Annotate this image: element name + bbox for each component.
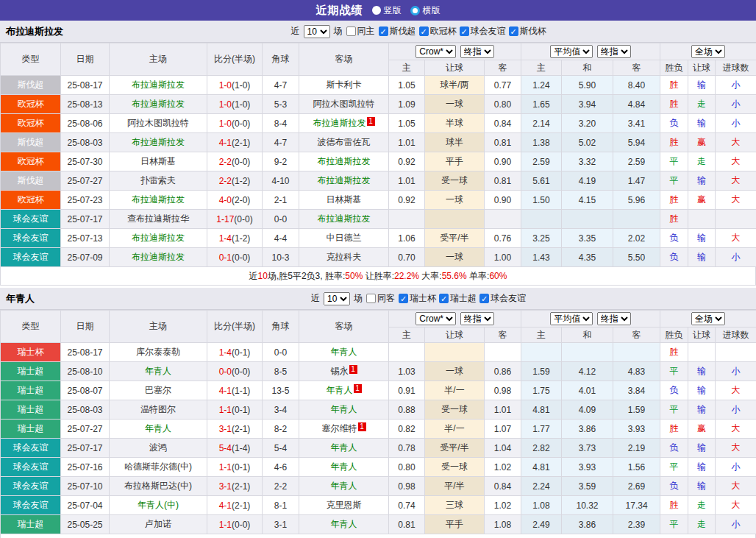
handicap-line-cell: 半球: [425, 114, 485, 133]
odds-home-cell: 1.06: [389, 229, 425, 248]
handicap-result-cell: 输: [688, 400, 716, 420]
home-team-link[interactable]: 年青人: [145, 366, 171, 376]
avg-home-odds-cell: 1.77: [521, 420, 562, 439]
odds-company-select[interactable]: Crow*: [416, 312, 456, 325]
avg-draw-odds-cell: 3.20: [562, 114, 613, 133]
subcol-handicap: 让球: [425, 60, 485, 76]
away-team-link[interactable]: 阿拉木图凯拉特: [313, 99, 375, 109]
home-team-link[interactable]: 年青人(中): [138, 500, 179, 510]
home-team-link[interactable]: 扑雷索夫: [140, 175, 176, 185]
home-team-link[interactable]: 卢加诺: [145, 519, 171, 529]
table-row: 球会友谊 25-07-09 布拉迪斯拉发 0-1(0-0) 10-3 克拉科夫 …: [1, 248, 756, 267]
away-team-link[interactable]: 波德布雷佐瓦: [318, 137, 371, 147]
away-team-link[interactable]: 年青人: [331, 347, 357, 357]
home-team-link[interactable]: 布拉迪斯拉发: [132, 99, 185, 109]
home-team-link[interactable]: 哈德斯菲尔德(中): [124, 461, 192, 472]
league-filter-checkbox[interactable]: ✓欧冠杯: [419, 25, 457, 38]
away-team-link[interactable]: 日林斯基: [327, 194, 362, 205]
home-team-link[interactable]: 布拉格斯巴达(中): [124, 481, 192, 491]
avg-time-select[interactable]: 终指: [597, 312, 631, 325]
home-team-cell: 查布拉迪斯拉华: [110, 210, 207, 229]
away-team-link[interactable]: 年青人: [331, 442, 357, 453]
col-score: 比分(半场): [207, 311, 263, 343]
home-team-link[interactable]: 查布拉迪斯拉华: [127, 213, 189, 224]
match-count-select[interactable]: 10: [304, 25, 330, 38]
league-badge: 瑞士超: [1, 381, 61, 400]
away-team-link[interactable]: 塞尔维特: [322, 423, 357, 433]
handicap-result-cell: 输: [688, 439, 716, 458]
period-select[interactable]: 全场: [691, 45, 725, 58]
away-team-link[interactable]: 布拉迪斯拉发: [313, 118, 366, 128]
checkbox-checked-icon: ✓: [479, 294, 489, 303]
over-under-cell: 大: [716, 171, 756, 191]
away-team-link[interactable]: 年青人: [331, 481, 357, 491]
odds-home-cell: 1.03: [389, 362, 425, 381]
corners-cell: 4-7: [263, 76, 299, 95]
home-team-link[interactable]: 布拉迪斯拉发: [132, 137, 185, 147]
home-team-link[interactable]: 温特图尔: [140, 404, 176, 414]
avg-odds-select[interactable]: 平均值: [550, 45, 593, 58]
handicap-result-cell: 走: [688, 496, 716, 515]
home-team-link[interactable]: 年青人: [145, 423, 171, 433]
stats-summary: 近10场,胜3平4负3, 胜率:30% 让胜率:11.1% 大率:55.6% 单…: [0, 534, 756, 538]
home-team-link[interactable]: 巴塞尔: [145, 385, 171, 395]
away-team-link[interactable]: 年青人: [331, 404, 357, 414]
avg-time-select[interactable]: 终指: [597, 45, 631, 58]
home-team-link[interactable]: 波鸿: [149, 442, 167, 453]
league-filter-checkbox[interactable]: ✓球会友谊: [479, 292, 526, 305]
away-team-link[interactable]: 布拉迪斯拉发: [318, 156, 371, 166]
away-team-link[interactable]: 年青人: [327, 385, 353, 395]
odds-company-select[interactable]: Crow*: [416, 45, 456, 58]
avg-home-odds-cell: 1.08: [521, 496, 562, 515]
half-time-score: (2-1): [232, 500, 250, 511]
layout-radio-vertical[interactable]: 竖版: [372, 4, 402, 17]
away-team-link[interactable]: 年青人: [331, 519, 357, 529]
handicap-line-cell: 球半/两: [425, 76, 485, 95]
period-select[interactable]: 全场: [691, 312, 725, 325]
over-under-cell: 小: [716, 76, 756, 95]
home-team-link[interactable]: 布拉迪斯拉发: [132, 79, 185, 90]
home-team-link[interactable]: 阿拉木图凯拉特: [127, 118, 189, 128]
handicap-line-cell: 三球: [425, 496, 485, 515]
home-team-link[interactable]: 布拉迪斯拉发: [132, 233, 185, 243]
odds-time-select[interactable]: 终指: [460, 312, 494, 325]
odds-home-cell: 1.01: [389, 133, 425, 152]
home-team-link[interactable]: 库尔泰泰勒: [136, 347, 180, 357]
same-venue-checkbox[interactable]: 同主: [346, 25, 375, 38]
league-filter-checkbox[interactable]: ✓瑞士超: [439, 292, 477, 305]
corners-cell: 4-10: [263, 171, 299, 191]
avg-odds-select[interactable]: 平均值: [550, 312, 593, 325]
period-header: 全场: [660, 311, 756, 328]
odds-time-select[interactable]: 终指: [460, 45, 494, 58]
away-team-link[interactable]: 锡永: [331, 366, 349, 376]
away-team-link[interactable]: 年青人: [331, 461, 357, 472]
match-count-select[interactable]: 10: [324, 292, 350, 305]
subcol-wdl: 胜负: [660, 328, 688, 343]
away-team-link[interactable]: 克里恩斯: [327, 500, 362, 510]
full-time-score: 0-0: [219, 367, 232, 377]
league-filter-checkbox[interactable]: ✓斯伐杯: [509, 25, 546, 38]
away-team-link[interactable]: 布拉迪斯拉发: [318, 213, 371, 224]
section-home-team: 布拉迪斯拉发 近 10 场 同主 ✓斯伐超✓欧冠杯✓球会友谊✓斯伐杯 类型: [0, 21, 756, 286]
avg-away-odds-cell: 1.56: [613, 458, 660, 477]
avg-home-odds-cell: [521, 210, 562, 229]
league-filter-checkbox[interactable]: ✓斯伐超: [379, 25, 416, 38]
table-row: 瑞士超 25-05-25 卢加诺 1-1(0-0) 3-1 年青人 0.81 平…: [1, 515, 756, 534]
layout-radio-horizontal[interactable]: 横版: [410, 4, 441, 17]
league-filter-checkbox[interactable]: ✓瑞士杯: [399, 292, 436, 305]
away-team-cell: 锡永1: [299, 362, 389, 381]
away-team-link[interactable]: 中日德兰: [327, 233, 362, 243]
away-team-link[interactable]: 布拉迪斯拉发: [318, 175, 371, 185]
home-team-link[interactable]: 布拉迪斯拉发: [132, 252, 185, 262]
league-filter-checkbox[interactable]: ✓球会友谊: [460, 25, 506, 38]
half-time-score: (2-1): [232, 481, 250, 492]
away-team-link[interactable]: 克拉科夫: [327, 252, 362, 262]
away-team-cell: 克里恩斯: [299, 496, 389, 515]
corners-cell: 3-4: [263, 400, 299, 420]
score-cell: 1-1(0-0): [207, 515, 263, 534]
away-team-cell: 年青人: [299, 439, 389, 458]
home-team-link[interactable]: 日林斯基: [140, 156, 176, 166]
away-team-link[interactable]: 斯卡利卡: [327, 79, 362, 90]
same-venue-checkbox[interactable]: 同客: [366, 292, 395, 305]
home-team-link[interactable]: 布拉迪斯拉发: [132, 194, 185, 205]
